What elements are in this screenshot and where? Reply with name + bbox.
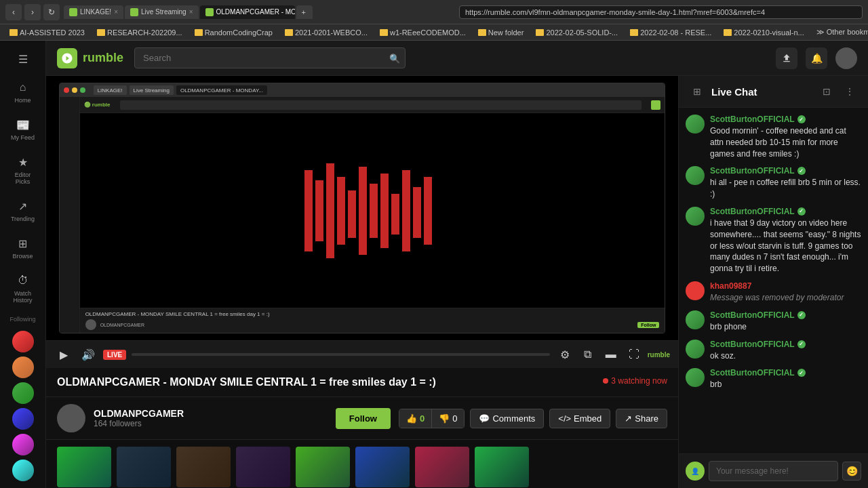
tab-close[interactable]: ×: [189, 8, 193, 16]
sidebar-item-home[interactable]: ⌂ Home: [4, 76, 42, 108]
bookmark-coding[interactable]: RandomCodingCrap: [191, 27, 277, 38]
chat-avatar-6[interactable]: [686, 340, 705, 359]
bookmarks-bar: AI-ASSISTED 2023 RESEARCH-202209... Rand…: [0, 24, 868, 41]
following-avatar-2[interactable]: [12, 357, 34, 378]
svg-rect-3: [337, 177, 345, 245]
bookmark-other[interactable]: ≫ Other bookmarks: [812, 26, 868, 38]
upload-button[interactable]: [776, 47, 797, 69]
scroll-thumb-6[interactable]: [355, 447, 410, 487]
theater-button[interactable]: ▬: [601, 345, 620, 364]
chat-avatar-2[interactable]: [686, 166, 705, 185]
chat-msg-content-7: ScottBurtonOFFICIAL ✓ brb: [710, 368, 861, 390]
dislike-button[interactable]: 👎 0: [432, 409, 464, 428]
chat-input[interactable]: [709, 461, 838, 481]
browser-tab-new[interactable]: +: [296, 5, 313, 19]
scroll-thumb-1[interactable]: [57, 447, 111, 487]
rumble-wordmark: rumble: [83, 51, 123, 65]
back-button[interactable]: ‹: [5, 4, 22, 20]
live-badge: LIVE: [103, 350, 126, 360]
chat-text-3: i have that 9 day victory on video here …: [710, 218, 861, 274]
fullscreen-button[interactable]: ⛶: [625, 345, 644, 364]
like-button[interactable]: 👍 0: [399, 409, 432, 428]
feed-icon: 📰: [16, 117, 31, 132]
chat-avatar-1[interactable]: [686, 115, 705, 134]
channel-avatar[interactable]: [57, 404, 85, 432]
scroll-thumb-8[interactable]: [475, 447, 529, 487]
scroll-thumb-3[interactable]: [176, 447, 231, 487]
url-bar[interactable]: [459, 5, 863, 19]
sidebar-item-menu[interactable]: ☰: [4, 47, 42, 70]
video-player[interactable]: LINKAGE! Live Streaming OLDMANPCGAMER - …: [46, 76, 678, 340]
rumble-logo[interactable]: rumble: [57, 48, 123, 68]
sidebar-item-editorpicks[interactable]: ★ Editor Picks: [4, 150, 42, 189]
scroll-thumb-4[interactable]: [236, 447, 290, 487]
browser-tab-livestream[interactable]: Live Streaming ×: [125, 5, 199, 19]
chat-username-7[interactable]: ScottBurtonOFFICIAL ✓: [710, 368, 861, 378]
chat-text-6: ok soz.: [710, 350, 861, 362]
following-avatar-1[interactable]: [12, 331, 34, 352]
chat-username-4[interactable]: khan09887: [710, 281, 861, 291]
chat-options-button[interactable]: ⋮: [841, 83, 859, 100]
volume-button[interactable]: 🔊: [79, 345, 98, 364]
bookmark-visual[interactable]: 2022-0210-visual-n...: [719, 27, 808, 38]
sidebar-item-watchhistory[interactable]: ⏱ Watch History: [4, 269, 42, 308]
scroll-thumb-5[interactable]: [296, 447, 350, 487]
follow-button[interactable]: Follow: [336, 408, 391, 429]
user-avatar[interactable]: [835, 47, 857, 69]
chat-sidebar-toggle[interactable]: ⊞: [688, 83, 706, 100]
bookmark-rese[interactable]: 2022-02-08 - RESE...: [626, 27, 715, 38]
chat-username-2[interactable]: ScottBurtonOFFICIAL ✓: [710, 166, 861, 176]
progress-bar[interactable]: [132, 353, 549, 356]
chat-avatar-4[interactable]: [686, 281, 705, 300]
chat-avatar-3[interactable]: [686, 207, 705, 226]
chat-avatar-5[interactable]: [686, 310, 705, 329]
following-avatar-3[interactable]: [12, 382, 34, 404]
chat-send-button[interactable]: 😊: [842, 462, 861, 481]
sidebar-item-myfeed[interactable]: 📰 My Feed: [4, 113, 42, 145]
chat-username-6[interactable]: ScottBurtonOFFICIAL ✓: [710, 340, 861, 349]
play-button[interactable]: ▶: [54, 345, 73, 364]
folder-icon: [724, 29, 732, 36]
reload-button[interactable]: ↻: [43, 4, 60, 20]
following-avatar-5[interactable]: [12, 434, 34, 455]
like-dislike-group: 👍 0 👎 0: [399, 409, 465, 428]
search-icon[interactable]: 🔍: [389, 53, 400, 63]
scroll-thumb-2[interactable]: [117, 447, 171, 487]
chat-username-5[interactable]: ScottBurtonOFFICIAL ✓: [710, 310, 861, 320]
bookmark-w1[interactable]: w1-REeeCODEMOD...: [376, 27, 470, 38]
embed-button[interactable]: </> Embed: [549, 409, 610, 428]
chat-username-3[interactable]: ScottBurtonOFFICIAL ✓: [710, 207, 861, 216]
chat-popout-button[interactable]: ⊡: [818, 83, 835, 100]
notifications-button[interactable]: 🔔: [806, 47, 827, 69]
chat-title: Live Chat: [711, 86, 812, 98]
chat-avatar-7[interactable]: [686, 368, 705, 387]
chat-msg-content-1: ScottBurtonOFFICIAL ✓ Good mornin' - cof…: [710, 115, 861, 159]
following-list: [12, 331, 34, 481]
settings-button[interactable]: ⚙: [555, 345, 574, 364]
search-input[interactable]: [134, 47, 406, 68]
share-button[interactable]: ↗ Share: [616, 409, 667, 428]
tab-close[interactable]: ×: [114, 8, 118, 16]
embed-icon: </>: [558, 413, 571, 424]
browser-nav[interactable]: ‹ › ↻: [5, 4, 60, 20]
comments-button[interactable]: 💬 Comments: [470, 409, 544, 428]
folder-icon: [536, 29, 544, 36]
following-avatar-6[interactable]: [12, 460, 34, 481]
scroll-thumb-7[interactable]: [415, 447, 469, 487]
bookmark-ai2023[interactable]: AI-ASSISTED 2023: [5, 27, 89, 38]
svg-rect-10: [413, 187, 421, 238]
chat-username-1[interactable]: ScottBurtonOFFICIAL ✓: [710, 115, 861, 124]
bookmark-webco[interactable]: 2021-0201-WEBCO...: [281, 27, 372, 38]
browse-icon: ⊞: [16, 236, 31, 251]
video-area: LINKAGE! Live Streaming OLDMANPCGAMER - …: [46, 76, 678, 488]
sidebar-item-trending[interactable]: ↗ Trending: [4, 195, 42, 226]
bookmark-solid[interactable]: 2022-02-05-SOLID-...: [532, 27, 622, 38]
pip-button[interactable]: ⧉: [578, 345, 597, 364]
sidebar-item-browse[interactable]: ⊞ Browse: [4, 232, 42, 264]
browser-tab-linkage[interactable]: LINKAGE! ×: [64, 5, 123, 19]
browser-tab-oldman[interactable]: OLDMANPCGAMER - MONDAY... ×: [200, 5, 295, 19]
forward-button[interactable]: ›: [24, 4, 41, 20]
bookmark-newfolder[interactable]: New folder: [474, 27, 528, 38]
bookmark-research[interactable]: RESEARCH-202209...: [93, 27, 186, 38]
following-avatar-4[interactable]: [12, 408, 34, 430]
